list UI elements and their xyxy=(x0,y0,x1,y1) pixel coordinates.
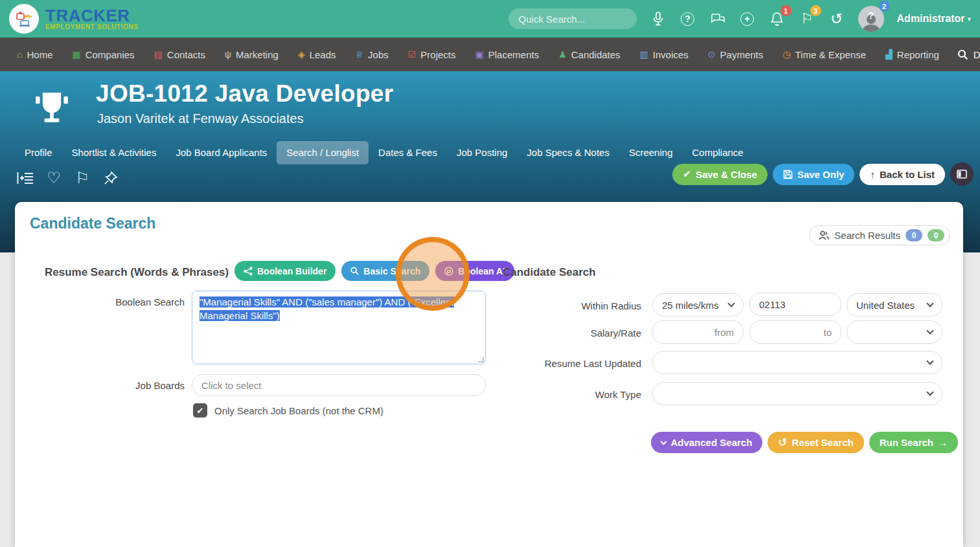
nav-item-time-expense[interactable]: ◷Time & Expense xyxy=(775,44,874,65)
nav-item-placements[interactable]: ▣Placements xyxy=(468,44,547,65)
tab-compliance[interactable]: Compliance xyxy=(682,141,753,164)
chevron-down-icon xyxy=(661,438,667,445)
record-actions: ✔ Save & Close Save Only ↑ Back to List xyxy=(672,162,974,186)
tab-dates-fees[interactable]: Dates & Fees xyxy=(369,141,447,164)
results-count-green: 0 xyxy=(928,229,944,241)
country-select[interactable]: United States xyxy=(847,293,942,317)
avatar-badge: 2 xyxy=(879,1,890,12)
quick-search-input[interactable] xyxy=(508,8,637,29)
record-quick-icons: ♡ ⚐ xyxy=(17,170,119,186)
back-to-list-label: Back to List xyxy=(880,169,935,180)
nav-item-home[interactable]: ⌂Home xyxy=(9,44,60,65)
tab-screening[interactable]: Screening xyxy=(619,141,683,164)
tab-job-posting[interactable]: Job Posting xyxy=(447,141,517,164)
candidate-search-card: Candidate Search Search Results 0 0 Resu… xyxy=(15,202,963,547)
bar-chart-icon: ▟ xyxy=(885,50,893,59)
nav-item-payments[interactable]: ⊙Payments xyxy=(700,44,771,65)
user-avatar[interactable]: ? 2 xyxy=(858,6,884,32)
nav-item-reporting[interactable]: ▟Reporting xyxy=(878,44,947,65)
nav-item-contacts[interactable]: ▤Contacts xyxy=(146,44,213,65)
resize-handle-icon[interactable] xyxy=(478,357,484,363)
app-header: TRACKER EMPLOYMENT SOLUTIONS ? xyxy=(0,0,980,38)
history-icon[interactable]: ↺ xyxy=(828,10,845,27)
flag-badge: 3 xyxy=(810,5,821,16)
notifications-bell-icon[interactable]: 1 xyxy=(769,10,786,27)
help-icon[interactable]: ? xyxy=(679,10,696,27)
basic-search-button[interactable]: Basic Search xyxy=(341,261,429,281)
salary-period-select[interactable] xyxy=(847,320,942,344)
user-menu[interactable]: Administrator ▾ xyxy=(897,13,971,25)
resume-last-updated-label: Resume Last Updated xyxy=(503,358,641,369)
microphone-icon[interactable] xyxy=(650,10,667,27)
chevron-down-icon xyxy=(727,300,735,307)
run-search-button[interactable]: Run Search → xyxy=(869,432,958,453)
search-footer-buttons: Advanced Search ↺ Reset Search Run Searc… xyxy=(651,432,958,453)
nav-label: Projects xyxy=(420,49,455,60)
zip-code-input[interactable] xyxy=(749,293,841,316)
tab-search-longlist[interactable]: Search / Longlist xyxy=(277,141,369,164)
activity-list-icon[interactable] xyxy=(17,170,34,186)
chat-icon[interactable] xyxy=(709,10,726,27)
save-and-close-button[interactable]: ✔ Save & Close xyxy=(672,164,768,185)
search-results-button[interactable]: Search Results 0 0 xyxy=(809,225,950,245)
nav-item-projects[interactable]: ☑Projects xyxy=(400,44,464,65)
job-boards-input[interactable] xyxy=(192,374,486,396)
chevron-down-icon xyxy=(926,388,933,396)
save-close-label: Save & Close xyxy=(696,169,757,180)
resume-search-buttons: Boolean Builder Basic Search Boolean AI xyxy=(234,261,514,281)
nav-label: Placements xyxy=(488,49,539,60)
nav-label: Leads xyxy=(310,49,336,60)
briefcase-icon: ▣ xyxy=(475,50,484,59)
header-actions: ? + 1 ⚐ 3 xyxy=(508,6,971,32)
nav-item-marketing[interactable]: ψMarketing xyxy=(217,44,286,65)
boolean-builder-button[interactable]: Boolean Builder xyxy=(234,261,336,281)
radius-select[interactable]: 25 miles/kms xyxy=(652,293,744,317)
flag-record-icon[interactable]: ⚐ xyxy=(74,170,91,186)
within-radius-label: Within Radius xyxy=(503,300,641,311)
salary-to-input[interactable] xyxy=(749,320,841,344)
save-only-button[interactable]: Save Only xyxy=(773,164,855,185)
app-logo[interactable]: TRACKER EMPLOYMENT SOLUTIONS xyxy=(9,4,139,34)
reset-search-button[interactable]: ↺ Reset Search xyxy=(768,432,863,453)
job-tabs: Profile Shortlist & Activities Job Board… xyxy=(15,141,753,164)
side-panel-toggle-button[interactable] xyxy=(950,162,974,186)
resume-last-updated-select[interactable] xyxy=(652,351,942,374)
nav-item-invoices[interactable]: ▥Invoices xyxy=(632,44,696,65)
work-type-select[interactable] xyxy=(652,382,942,405)
nav-search-label: D xyxy=(974,49,980,60)
nav-label: Invoices xyxy=(653,49,689,60)
resume-search-section-label: Resume Search (Words & Phrases) xyxy=(45,266,229,279)
nav-search[interactable]: D xyxy=(951,44,980,65)
nav-label: Home xyxy=(27,49,52,60)
logo-subtitle: EMPLOYMENT SOLUTIONS xyxy=(45,23,139,30)
tab-job-board-applicants[interactable]: Job Board Applicants xyxy=(166,141,277,164)
pin-icon[interactable] xyxy=(102,170,119,186)
avatar-question-glyph: ? xyxy=(858,10,884,21)
save-only-label: Save Only xyxy=(797,169,845,180)
back-to-list-button[interactable]: ↑ Back to List xyxy=(860,164,945,185)
add-icon[interactable]: + xyxy=(739,10,756,27)
favorite-heart-icon[interactable]: ♡ xyxy=(45,170,62,186)
tab-job-specs-notes[interactable]: Job Specs & Notes xyxy=(517,141,619,164)
help-glyph: ? xyxy=(681,12,694,26)
tab-profile[interactable]: Profile xyxy=(15,141,62,164)
nav-item-candidates[interactable]: ♟Candidates xyxy=(551,44,628,65)
share-nodes-icon xyxy=(244,267,253,276)
arrow-right-icon: → xyxy=(938,437,948,448)
nav-item-companies[interactable]: ▦Companies xyxy=(64,44,142,65)
only-job-boards-checkbox[interactable]: ✔ xyxy=(193,403,207,418)
search-icon xyxy=(350,267,359,275)
checkbox-icon: ☑ xyxy=(408,50,416,59)
nav-item-leads[interactable]: ◈Leads xyxy=(290,44,344,65)
nav-item-jobs[interactable]: ♕Jobs xyxy=(348,44,396,65)
home-icon: ⌂ xyxy=(17,50,22,59)
salary-from-input[interactable] xyxy=(652,320,744,344)
search-icon xyxy=(957,49,968,60)
boolean-ai-label: Boolean AI xyxy=(458,266,505,276)
flag-icon[interactable]: ⚐ 3 xyxy=(799,10,815,27)
panel-icon xyxy=(957,170,967,179)
boolean-search-textarea[interactable]: "Managerial Skills" AND ("sales manager"… xyxy=(192,291,486,364)
advanced-search-button[interactable]: Advanced Search xyxy=(651,432,762,453)
logo-text: TRACKER EMPLOYMENT SOLUTIONS xyxy=(45,8,139,30)
tab-shortlist-activities[interactable]: Shortlist & Activities xyxy=(62,141,166,164)
